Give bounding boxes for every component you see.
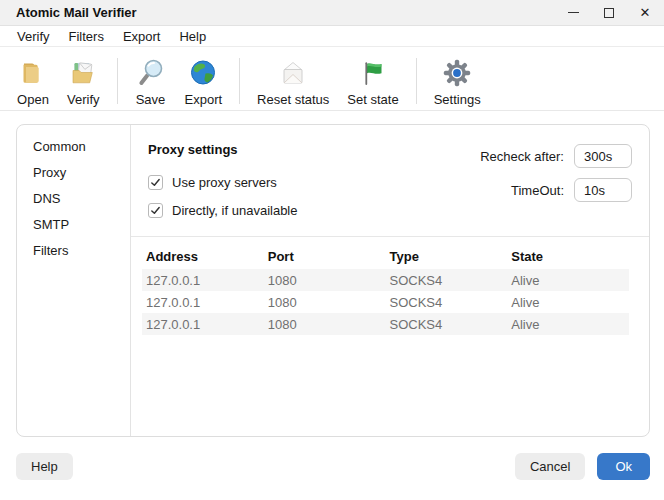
proxy-server-table: Address Port Type State 127.0.0.1 1080 S… bbox=[142, 243, 629, 335]
cell-port: 1080 bbox=[264, 291, 386, 313]
page-title: Proxy settings bbox=[148, 142, 297, 157]
minimize-button[interactable] bbox=[566, 6, 580, 20]
table-row[interactable]: 127.0.0.1 1080 SOCKS4 Alive bbox=[142, 313, 629, 335]
sidebar-item-common[interactable]: Common bbox=[17, 133, 130, 159]
use-proxy-label: Use proxy servers bbox=[172, 175, 277, 190]
column-header-port: Port bbox=[264, 243, 386, 269]
minimize-icon bbox=[568, 12, 579, 13]
column-header-address: Address bbox=[142, 243, 264, 269]
menu-help[interactable]: Help bbox=[179, 29, 206, 44]
directly-label: Directly, if unavailable bbox=[172, 203, 297, 218]
recheck-after-input[interactable] bbox=[574, 144, 632, 168]
close-button[interactable]: ✕ bbox=[638, 6, 652, 20]
folder-icon bbox=[17, 57, 49, 89]
cell-address: 127.0.0.1 bbox=[142, 291, 264, 313]
save-button[interactable]: Save bbox=[126, 55, 176, 109]
maximize-icon bbox=[604, 8, 614, 18]
sidebar-item-dns[interactable]: DNS bbox=[17, 185, 130, 211]
dialog-footer: Help Cancel Ok bbox=[0, 437, 664, 480]
cell-type: SOCKS4 bbox=[386, 291, 508, 313]
recheck-after-label: Recheck after: bbox=[480, 149, 564, 164]
proxy-table-section: Address Port Type State 127.0.0.1 1080 S… bbox=[131, 237, 649, 335]
use-proxy-checkbox[interactable] bbox=[148, 175, 163, 190]
proxy-timing-fields: Recheck after: TimeOut: bbox=[480, 142, 632, 236]
cell-address: 127.0.0.1 bbox=[142, 269, 264, 291]
menu-verify[interactable]: Verify bbox=[17, 29, 50, 44]
reset-status-label: Reset status bbox=[257, 92, 329, 107]
checkmark-icon bbox=[150, 177, 161, 188]
globe-icon bbox=[187, 57, 219, 89]
reset-status-button[interactable]: Reset status bbox=[248, 55, 338, 109]
cell-type: SOCKS4 bbox=[386, 313, 508, 335]
directly-checkbox-row[interactable]: Directly, if unavailable bbox=[148, 203, 297, 218]
table-row[interactable]: 127.0.0.1 1080 SOCKS4 Alive bbox=[142, 269, 629, 291]
save-label: Save bbox=[136, 92, 166, 107]
magnifier-icon bbox=[135, 57, 167, 89]
cell-state: Alive bbox=[507, 313, 629, 335]
close-icon: ✕ bbox=[640, 6, 651, 19]
table-header-row: Address Port Type State bbox=[142, 243, 629, 269]
window-controls: ✕ bbox=[566, 6, 652, 20]
set-state-button[interactable]: Set state bbox=[338, 55, 407, 109]
flag-icon bbox=[357, 57, 389, 89]
gear-icon bbox=[441, 57, 473, 89]
proxy-options-section: Proxy settings Use proxy servers bbox=[131, 125, 649, 237]
timeout-row: TimeOut: bbox=[480, 178, 632, 202]
title-bar: Atomic Mail Verifier ✕ bbox=[0, 0, 664, 26]
menu-bar: Verify Filters Export Help bbox=[0, 26, 664, 47]
directly-checkbox[interactable] bbox=[148, 203, 163, 218]
menu-export[interactable]: Export bbox=[123, 29, 161, 44]
verify-label: Verify bbox=[67, 92, 100, 107]
checkmark-icon bbox=[150, 205, 161, 216]
sidebar-item-proxy[interactable]: Proxy bbox=[17, 159, 130, 185]
table-row[interactable]: 127.0.0.1 1080 SOCKS4 Alive bbox=[142, 291, 629, 313]
set-state-label: Set state bbox=[347, 92, 398, 107]
settings-sidebar: Common Proxy DNS SMTP Filters bbox=[17, 125, 131, 436]
toolbar-separator bbox=[117, 58, 118, 104]
envelope-icon bbox=[277, 57, 309, 89]
settings-button[interactable]: Settings bbox=[425, 55, 490, 109]
footer-actions: Cancel Ok bbox=[515, 453, 650, 480]
export-label: Export bbox=[185, 92, 223, 107]
cell-type: SOCKS4 bbox=[386, 269, 508, 291]
toolbar: Open Verify Save Export bbox=[0, 47, 664, 111]
column-header-state: State bbox=[507, 243, 629, 269]
window-title: Atomic Mail Verifier bbox=[16, 5, 137, 20]
cell-port: 1080 bbox=[264, 313, 386, 335]
toolbar-separator bbox=[239, 58, 240, 104]
toolbar-separator bbox=[416, 58, 417, 104]
cell-port: 1080 bbox=[264, 269, 386, 291]
timeout-input[interactable] bbox=[574, 178, 632, 202]
proxy-page: Proxy settings Use proxy servers bbox=[131, 125, 649, 436]
cell-state: Alive bbox=[507, 291, 629, 313]
ok-button[interactable]: Ok bbox=[597, 453, 650, 480]
cell-address: 127.0.0.1 bbox=[142, 313, 264, 335]
recheck-after-row: Recheck after: bbox=[480, 144, 632, 168]
cancel-button[interactable]: Cancel bbox=[515, 453, 585, 480]
settings-label: Settings bbox=[434, 92, 481, 107]
proxy-options-left: Proxy settings Use proxy servers bbox=[148, 142, 297, 236]
open-label: Open bbox=[17, 92, 49, 107]
use-proxy-checkbox-row[interactable]: Use proxy servers bbox=[148, 175, 297, 190]
settings-panel: Common Proxy DNS SMTP Filters Proxy sett… bbox=[16, 124, 650, 437]
verify-button[interactable]: Verify bbox=[58, 55, 109, 109]
cell-state: Alive bbox=[507, 269, 629, 291]
folder-mail-icon bbox=[67, 57, 99, 89]
sidebar-item-smtp[interactable]: SMTP bbox=[17, 211, 130, 237]
open-button[interactable]: Open bbox=[8, 55, 58, 109]
export-button[interactable]: Export bbox=[176, 55, 232, 109]
sidebar-item-filters[interactable]: Filters bbox=[17, 237, 130, 263]
timeout-label: TimeOut: bbox=[511, 183, 564, 198]
help-button[interactable]: Help bbox=[16, 453, 73, 480]
column-header-type: Type bbox=[386, 243, 508, 269]
maximize-button[interactable] bbox=[602, 6, 616, 20]
menu-filters[interactable]: Filters bbox=[69, 29, 104, 44]
